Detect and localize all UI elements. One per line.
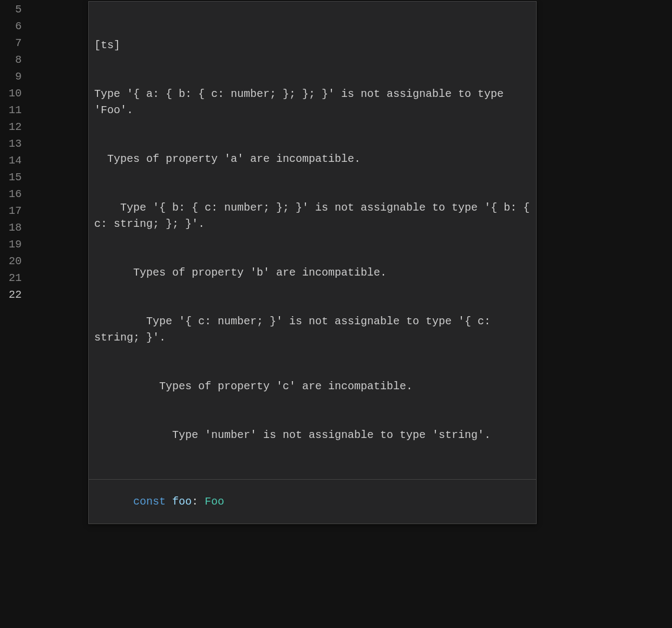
line-number: 11 xyxy=(0,102,22,119)
error-message: [ts] Type '{ a: { b: { c: number; }; }; … xyxy=(89,2,536,479)
line-number: 12 xyxy=(0,119,22,135)
line-number-gutter: 5 6 7 8 9 10 11 12 13 14 15 16 17 18 19 … xyxy=(0,1,31,628)
line-number: 7 xyxy=(0,35,22,51)
line-number: 22 xyxy=(0,286,22,303)
error-hover-tooltip[interactable]: [ts] Type '{ a: { b: { c: number; }; }; … xyxy=(88,1,537,524)
line-number: 20 xyxy=(0,253,22,270)
line-number: 21 xyxy=(0,270,22,286)
line-number: 5 xyxy=(0,1,22,18)
line-number: 17 xyxy=(0,202,22,219)
line-number: 10 xyxy=(0,85,22,102)
line-number: 8 xyxy=(0,51,22,68)
line-number: 15 xyxy=(0,169,22,186)
line-number: 13 xyxy=(0,135,22,152)
line-number: 19 xyxy=(0,236,22,253)
editor-pane-top: 5 6 7 8 9 10 11 12 13 14 15 16 17 18 19 … xyxy=(0,0,672,628)
line-number: 6 xyxy=(0,18,22,35)
hover-declaration: const foo: Foo xyxy=(89,479,536,524)
line-number: 9 xyxy=(0,68,22,85)
line-number: 16 xyxy=(0,186,22,202)
line-number: 14 xyxy=(0,152,22,169)
line-number: 18 xyxy=(0,219,22,236)
